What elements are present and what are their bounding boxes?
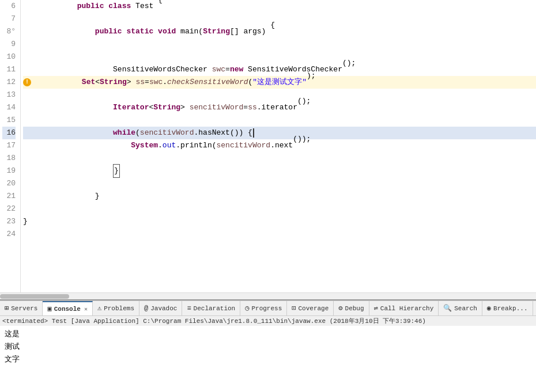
bottom-tabs-bar: ⊞ Servers ▣ Console ✕ ⚠ Problems @ Javad… (0, 300, 536, 315)
line-num-11: 11 (2, 63, 16, 76)
code-editor: 6 7 8° 9 10 11 12 13 14 15 16 17 18 19 2… (0, 0, 536, 299)
tab-progress[interactable]: ◷ Progress (240, 301, 287, 315)
problems-icon: ⚠ (97, 304, 101, 313)
search-icon: 🔍 (443, 304, 452, 313)
code-line-23: } (23, 215, 536, 228)
console-close-icon[interactable]: ✕ (84, 306, 88, 313)
javadoc-icon: @ (144, 305, 148, 313)
console-line-3: 文字 (5, 353, 531, 366)
warning-icon: ! (23, 78, 31, 86)
tab-search-label: Search (454, 305, 477, 312)
code-line-12: ! Set<String> ss=swc.checkSensitiveWord(… (23, 76, 536, 89)
tab-servers[interactable]: ⊞ Servers (0, 301, 43, 315)
keyword-class: class (108, 0, 131, 13)
console-icon: ▣ (47, 305, 51, 313)
tab-progress-label: Progress (251, 305, 282, 312)
line-numbers: 6 7 8° 9 10 11 12 13 14 15 16 17 18 19 2… (0, 0, 21, 292)
coverage-icon: ⊡ (292, 304, 296, 313)
debug-icon: ⚙ (338, 304, 342, 313)
tab-problems-label: Problems (104, 305, 134, 312)
code-line-6: public class Test { (23, 0, 536, 13)
code-line-22 (23, 203, 536, 215)
tab-call-hierarchy-label: Call Hierarchy (380, 305, 433, 312)
line-num-15: 15 (2, 114, 16, 127)
tab-declaration[interactable]: ≡ Declaration (182, 301, 240, 315)
code-content[interactable]: public class Test { public static void m… (21, 0, 536, 292)
line-num-17: 17 (2, 139, 16, 152)
line-num-19: 19 (2, 165, 16, 177)
code-line-24 (23, 228, 536, 241)
keyword-static: static (126, 25, 153, 38)
line-num-12: 12 (2, 76, 16, 89)
code-line-17: System.out.println(sencitivWord.next()); (23, 139, 536, 152)
tab-servers-label: Servers (11, 305, 37, 312)
code-line-14: Iterator<String> sencitivWord=ss.iterato… (23, 101, 536, 114)
line-num-9: 9 (2, 38, 16, 51)
line-num-21: 21 (2, 190, 16, 203)
code-line-21: } (23, 190, 536, 203)
type-string: String (203, 25, 230, 38)
console-output: 这是 测试 文字 (0, 326, 536, 392)
console-line-2: 测试 (5, 341, 531, 353)
tab-call-hierarchy[interactable]: ⇌ Call Hierarchy (369, 301, 439, 315)
classname: Test (135, 0, 153, 13)
tab-debug[interactable]: ⚙ Debug (334, 301, 369, 315)
code-line-8: public static void main(String[] args) { (23, 25, 536, 38)
line-num-10: 10 (2, 51, 16, 63)
tab-console-label: Console (54, 306, 81, 313)
tab-declaration-label: Declaration (194, 305, 236, 312)
line-num-16: 16 (2, 127, 16, 139)
tab-search[interactable]: 🔍 Search (439, 301, 482, 315)
code-area: 6 7 8° 9 10 11 12 13 14 15 16 17 18 19 2… (0, 0, 536, 292)
line-num-18: 18 (2, 152, 16, 165)
keyword-public2: public (95, 25, 122, 38)
progress-icon: ◷ (245, 304, 249, 313)
tab-coverage[interactable]: ⊡ Coverage (287, 301, 334, 315)
tab-breakpoints-label: Breakp... (493, 305, 527, 312)
line-num-7: 7 (2, 13, 16, 25)
servers-icon: ⊞ (5, 304, 9, 313)
call-hierarchy-icon: ⇌ (374, 304, 378, 313)
keyword-void: void (158, 25, 176, 38)
breakpoints-icon: ◉ (487, 304, 491, 313)
tab-problems[interactable]: ⚠ Problems (93, 301, 139, 315)
line-num-8: 8° (2, 25, 16, 38)
horizontal-scrollbar[interactable] (0, 292, 536, 299)
status-text: <terminated> Test [Java Application] C:\… (2, 317, 426, 325)
line-num-6: 6 (2, 0, 16, 13)
status-bar: <terminated> Test [Java Application] C:\… (0, 315, 536, 326)
scrollbar-thumb[interactable] (0, 294, 69, 299)
code-line-11: SensitiveWordsChecker swc=new SensitiveW… (23, 63, 536, 76)
tab-javadoc-label: Javadoc (150, 305, 177, 312)
declaration-icon: ≡ (187, 305, 191, 313)
tab-debug-label: Debug (345, 305, 364, 312)
keyword-public: public (77, 0, 104, 13)
method-main: main (180, 25, 198, 38)
line-num-22: 22 (2, 203, 16, 215)
tab-javadoc[interactable]: @ Javadoc (139, 301, 182, 315)
tab-coverage-label: Coverage (299, 305, 329, 312)
bottom-panel: ⊞ Servers ▣ Console ✕ ⚠ Problems @ Javad… (0, 299, 536, 392)
code-line-19: } (23, 165, 536, 177)
line-num-20: 20 (2, 177, 16, 190)
tab-console[interactable]: ▣ Console ✕ (43, 301, 92, 315)
line-num-13: 13 (2, 89, 16, 101)
line-num-24: 24 (2, 228, 16, 241)
line-num-14: 14 (2, 101, 16, 114)
console-line-1: 这是 (5, 328, 531, 341)
line-num-23: 23 (2, 215, 16, 228)
tab-breakpoints[interactable]: ◉ Breakp... (482, 301, 533, 315)
